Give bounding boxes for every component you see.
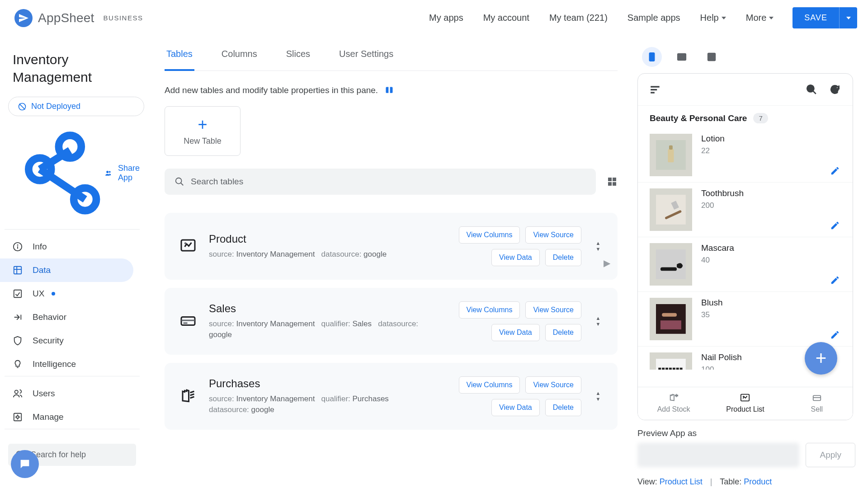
sidebar-nav: Info Data UX Behavior Security Intellige… xyxy=(0,235,144,376)
view-data-button[interactable]: View Data xyxy=(491,249,540,266)
preview-panel: Beauty & Personal Care 7 Lotion 22 Tooth… xyxy=(637,36,868,488)
view-data-button[interactable]: View Data xyxy=(491,324,540,341)
edit-icon[interactable] xyxy=(830,330,840,340)
search-tables-input[interactable]: Search tables xyxy=(165,169,596,195)
svg-rect-28 xyxy=(678,54,686,61)
nav-more[interactable]: More xyxy=(746,13,774,23)
sidebar-item-info[interactable]: Info xyxy=(0,235,133,258)
apply-button[interactable]: Apply xyxy=(806,443,855,467)
nav-my-team[interactable]: My team (221) xyxy=(549,13,608,23)
main-content: Tables Columns Slices User Settings Add … xyxy=(145,36,637,488)
share-app-link[interactable]: Share App xyxy=(0,123,144,229)
sidebar-item-manage[interactable]: Manage xyxy=(0,405,133,429)
view-source-button[interactable]: View Source xyxy=(525,226,581,244)
open-external-icon xyxy=(707,52,717,62)
search-icon[interactable] xyxy=(806,84,817,95)
table-card[interactable]: Product source: Inventory Management dat… xyxy=(165,213,618,280)
svg-rect-53 xyxy=(676,368,679,370)
grid-view-icon[interactable] xyxy=(607,176,618,187)
sidebar-item-intelligence[interactable]: Intelligence xyxy=(0,352,133,376)
device-fullscreen-button[interactable] xyxy=(702,47,722,67)
nav-sample-apps[interactable]: Sample apps xyxy=(627,13,680,23)
product-qty: 40 xyxy=(701,256,734,265)
view-columns-button[interactable]: View Columns xyxy=(459,301,520,319)
expand-icon[interactable]: ▲▼ xyxy=(594,391,602,402)
delete-button[interactable]: Delete xyxy=(545,249,581,266)
sidebar-item-behavior[interactable]: Behavior xyxy=(0,305,133,329)
svg-rect-5 xyxy=(17,246,18,249)
sidebar-item-ux[interactable]: UX xyxy=(0,282,133,305)
svg-rect-37 xyxy=(668,149,674,163)
device-tablet-button[interactable] xyxy=(672,47,692,67)
preview-as-input[interactable] xyxy=(637,443,799,467)
delete-button[interactable]: Delete xyxy=(545,324,581,341)
edit-icon[interactable] xyxy=(830,221,840,230)
product-row[interactable]: Lotion 22 xyxy=(638,128,853,182)
nav-my-account[interactable]: My account xyxy=(483,13,529,23)
save-button[interactable]: SAVE xyxy=(793,7,839,28)
plus-icon: + xyxy=(198,117,207,133)
preview-tab-product-list[interactable]: Product List xyxy=(709,387,781,420)
preview-tab-add-stock[interactable]: Add Stock xyxy=(638,387,709,420)
product-row[interactable]: Blush 35 xyxy=(638,291,853,346)
add-fab[interactable]: + xyxy=(805,342,837,375)
product-list-icon xyxy=(739,393,751,403)
table-name: Purchases xyxy=(209,377,433,390)
view-link[interactable]: Product List xyxy=(660,477,703,486)
tier-badge: BUSINESS xyxy=(104,14,143,22)
svg-rect-17 xyxy=(608,178,612,181)
svg-rect-44 xyxy=(656,304,686,334)
data-icon xyxy=(13,265,23,275)
sidebar-item-security[interactable]: Security xyxy=(0,329,133,352)
data-tabs: Tables Columns Slices User Settings xyxy=(165,49,618,71)
product-image xyxy=(650,352,692,370)
new-table-button[interactable]: + New Table xyxy=(165,106,241,156)
chat-fab[interactable] xyxy=(11,450,39,478)
sort-icon[interactable] xyxy=(650,84,661,95)
tab-user-settings[interactable]: User Settings xyxy=(337,49,395,70)
table-card[interactable]: Purchases source: Inventory Management q… xyxy=(165,363,618,430)
table-actions: View Columns View Source View Data Delet… xyxy=(446,301,581,341)
svg-point-4 xyxy=(17,244,19,246)
view-source-button[interactable]: View Source xyxy=(525,376,581,394)
expand-icon[interactable]: ▲▼ xyxy=(594,316,602,327)
tab-columns[interactable]: Columns xyxy=(220,49,259,70)
preview-tab-sell[interactable]: Sell xyxy=(781,387,853,420)
product-row[interactable]: Toothbrush 200 xyxy=(638,182,853,237)
tab-tables[interactable]: Tables xyxy=(165,49,194,71)
nav-my-apps[interactable]: My apps xyxy=(429,13,463,23)
product-row[interactable]: Mascara 40 xyxy=(638,237,853,291)
view-columns-button[interactable]: View Columns xyxy=(459,376,520,394)
svg-rect-24 xyxy=(181,320,195,321)
view-table-line: View: Product List | Table: Product xyxy=(637,477,855,487)
edit-icon[interactable] xyxy=(830,166,840,176)
table-link[interactable]: Product xyxy=(744,477,772,486)
table-card[interactable]: Sales source: Inventory Management quali… xyxy=(165,288,618,355)
refresh-icon[interactable] xyxy=(829,84,841,95)
svg-rect-19 xyxy=(608,182,612,186)
not-deployed-chip[interactable]: Not Deployed xyxy=(8,97,144,116)
sidebar-item-data[interactable]: Data xyxy=(0,258,133,282)
view-columns-button[interactable]: View Columns xyxy=(459,226,520,244)
book-icon[interactable] xyxy=(383,86,395,95)
tab-slices[interactable]: Slices xyxy=(284,49,312,70)
chat-icon xyxy=(19,458,31,470)
nav-help[interactable]: Help xyxy=(700,13,726,23)
svg-point-22 xyxy=(184,242,187,244)
header-nav: My apps My account My team (221) Sample … xyxy=(429,13,774,23)
expand-icon[interactable]: ▲▼ xyxy=(594,241,602,252)
table-meta: source: Inventory Management datasource:… xyxy=(209,249,433,260)
delete-button[interactable]: Delete xyxy=(545,399,581,416)
brand-group[interactable]: AppSheet BUSINESS xyxy=(14,9,143,27)
app-title: Inventory Management xyxy=(0,51,144,97)
view-data-button[interactable]: View Data xyxy=(491,399,540,416)
product-image xyxy=(650,243,692,286)
product-list[interactable]: Lotion 22 Toothbrush 200 Mascara 40 Bl xyxy=(638,128,853,370)
device-mobile-button[interactable] xyxy=(642,47,662,67)
view-source-button[interactable]: View Source xyxy=(525,301,581,319)
info-icon xyxy=(13,242,23,252)
collapse-preview-icon[interactable]: ▶ xyxy=(604,258,610,268)
edit-icon[interactable] xyxy=(830,275,840,285)
save-dropdown-button[interactable] xyxy=(839,7,857,28)
sidebar-item-users[interactable]: Users xyxy=(0,382,133,405)
